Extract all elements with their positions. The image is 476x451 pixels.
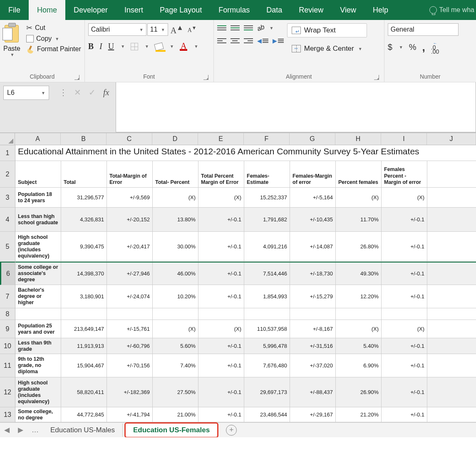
cell[interactable]: 11.70% xyxy=(336,208,382,231)
underline-button[interactable]: U xyxy=(108,42,114,51)
cell[interactable]: +/-0.1 xyxy=(198,285,244,308)
row-header[interactable]: 12 xyxy=(0,377,15,407)
cell[interactable]: Percent females xyxy=(336,161,382,187)
col-header[interactable]: A xyxy=(15,133,61,145)
fx-button[interactable]: fx xyxy=(103,88,109,97)
cell[interactable] xyxy=(427,354,476,377)
format-painter-button[interactable]: Format Painter xyxy=(26,45,81,53)
dialog-launcher-icon[interactable] xyxy=(203,75,208,80)
cell[interactable]: +/-0.1 xyxy=(382,338,427,354)
cell[interactable] xyxy=(198,308,244,320)
chevron-down-icon[interactable]: ▼ xyxy=(358,47,362,51)
cell[interactable]: 23,486,544 xyxy=(244,407,290,422)
cell[interactable]: +/-182,369 xyxy=(107,377,153,407)
cell[interactable]: +/-0.1 xyxy=(382,285,427,308)
cell[interactable]: 26.80% xyxy=(336,232,382,261)
cell[interactable]: +/-20,417 xyxy=(107,232,153,261)
cell[interactable]: +/-41,794 xyxy=(107,407,153,422)
cell[interactable]: +/-29,167 xyxy=(290,407,336,422)
align-middle-button[interactable] xyxy=(231,25,240,30)
cell[interactable]: (X) xyxy=(198,188,244,207)
cell[interactable]: 12.20% xyxy=(336,285,382,308)
cell[interactable]: 213,649,147 xyxy=(61,320,107,338)
chevron-down-icon[interactable]: ▼ xyxy=(121,44,125,49)
cell[interactable] xyxy=(61,308,107,320)
cell[interactable] xyxy=(107,308,153,320)
cell[interactable] xyxy=(244,308,290,320)
chevron-down-icon[interactable]: ▼ xyxy=(399,45,403,50)
cell[interactable]: +/-15,761 xyxy=(107,320,153,338)
cell[interactable]: 11,913,913 xyxy=(61,338,107,354)
cell[interactable]: +/-70,156 xyxy=(107,354,153,377)
cell[interactable]: +/-10,435 xyxy=(290,208,336,231)
font-size-combo[interactable]: 11▼ xyxy=(147,23,168,36)
cell[interactable]: 27.50% xyxy=(153,377,198,407)
font-color-button[interactable]: A xyxy=(180,42,187,51)
cell[interactable]: 7.40% xyxy=(153,354,198,377)
align-center-button[interactable] xyxy=(231,38,240,43)
row-header[interactable]: 4 xyxy=(0,208,15,232)
tell-me[interactable]: Tell me wha xyxy=(429,6,476,14)
tab-view[interactable]: View xyxy=(332,0,364,20)
fill-color-button[interactable] xyxy=(154,42,164,51)
tab-insert[interactable]: Insert xyxy=(116,0,151,20)
cell[interactable]: +/-0.1 xyxy=(382,354,427,377)
cell[interactable]: Less than 9th grade xyxy=(15,338,61,354)
cell[interactable]: (X) xyxy=(336,188,382,207)
shrink-font-button[interactable]: A▼ xyxy=(186,25,198,34)
cell[interactable]: Subject xyxy=(15,161,61,187)
row-header[interactable]: 8 xyxy=(0,308,15,320)
col-header[interactable]: E xyxy=(198,133,244,145)
chevron-down-icon[interactable]: ▼ xyxy=(170,44,174,49)
font-name-combo[interactable]: Calibri▼ xyxy=(88,23,146,36)
cell[interactable]: +/-0.1 xyxy=(382,263,427,285)
bold-button[interactable]: B xyxy=(88,42,94,51)
row-header[interactable]: 7 xyxy=(0,285,15,308)
comma-button[interactable]: , xyxy=(422,41,425,54)
paste-button[interactable]: Paste ▼ xyxy=(3,22,23,57)
cell[interactable]: +/-18,730 xyxy=(290,263,336,285)
cell[interactable]: +/-60,796 xyxy=(107,338,153,354)
row-header[interactable]: 3 xyxy=(0,188,15,208)
cell[interactable] xyxy=(290,308,336,320)
cell[interactable]: 44,772,845 xyxy=(61,407,107,422)
col-header[interactable]: B xyxy=(61,133,107,145)
increase-decimal-button[interactable]: ←.0.00 xyxy=(431,41,439,54)
cell[interactable]: Females-Estimate xyxy=(244,161,290,187)
copy-button[interactable]: Copy ▼ xyxy=(26,35,81,42)
cell[interactable]: High school graduate (includes equivalen… xyxy=(15,377,61,407)
cell[interactable]: +/-27,946 xyxy=(107,263,153,285)
cell[interactable] xyxy=(153,308,198,320)
align-right-button[interactable] xyxy=(244,38,253,43)
tab-file[interactable]: File xyxy=(0,0,29,20)
cell[interactable]: +/-0.1 xyxy=(382,208,427,231)
cell[interactable]: 5.60% xyxy=(153,338,198,354)
cell[interactable]: 21.20% xyxy=(336,407,382,422)
borders-button[interactable] xyxy=(131,43,138,50)
col-header[interactable]: F xyxy=(244,133,290,145)
new-sheet-button[interactable]: + xyxy=(226,425,237,436)
chevron-down-icon[interactable]: ▼ xyxy=(145,44,149,49)
cell[interactable]: +/-8,167 xyxy=(290,320,336,338)
cell[interactable] xyxy=(427,263,476,285)
cell[interactable]: 21.00% xyxy=(153,407,198,422)
chevron-down-icon[interactable]: ▼ xyxy=(270,26,274,30)
cell[interactable]: Population 18 to 24 years xyxy=(15,188,61,207)
cell[interactable]: Some college, no degree xyxy=(15,407,61,422)
cell[interactable]: Total xyxy=(61,161,107,187)
more-sheets-button[interactable]: … xyxy=(27,426,43,434)
cell[interactable]: 46.00% xyxy=(153,263,198,285)
cell[interactable] xyxy=(382,308,427,320)
cell[interactable] xyxy=(427,338,476,354)
dialog-launcher-icon[interactable] xyxy=(374,75,379,80)
cell[interactable] xyxy=(427,407,476,422)
sheet-tab-males[interactable]: Education US-Males xyxy=(43,424,123,437)
cell[interactable]: +/-0.1 xyxy=(198,377,244,407)
cell[interactable]: 15,904,467 xyxy=(61,354,107,377)
cell[interactable]: +/-31,516 xyxy=(290,338,336,354)
increase-indent-button[interactable]: ▶ xyxy=(273,37,284,44)
cell[interactable]: 15,252,337 xyxy=(244,188,290,207)
cell[interactable]: 110,537,958 xyxy=(244,320,290,338)
tab-review[interactable]: Review xyxy=(290,0,332,20)
cell[interactable] xyxy=(427,285,476,308)
